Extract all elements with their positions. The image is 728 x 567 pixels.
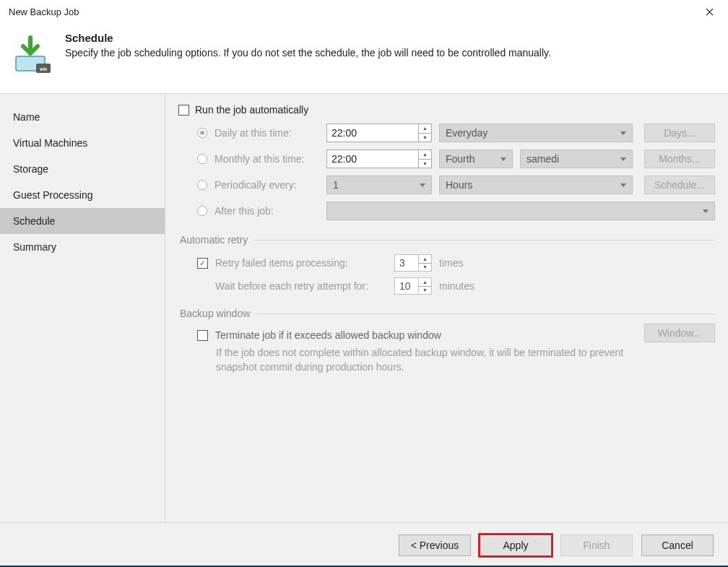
- daily-label: Daily at this time:: [214, 127, 319, 139]
- sidebar-item-virtual-machines[interactable]: Virtual Machines: [0, 130, 165, 156]
- spinner-icon[interactable]: ▲▼: [418, 255, 431, 271]
- schedule-button[interactable]: Schedule...: [644, 176, 715, 194]
- page-title: Schedule: [65, 32, 551, 44]
- close-icon: [706, 8, 714, 16]
- close-button[interactable]: [695, 2, 724, 22]
- periodically-unit-dropdown[interactable]: Hours: [439, 176, 633, 194]
- backup-window-legend: Backup window: [178, 308, 256, 319]
- page-subtitle: Specify the job scheduling options. If y…: [65, 47, 551, 59]
- window-title: New Backup Job: [9, 7, 79, 17]
- spinner-icon[interactable]: ▲▼: [418, 150, 431, 168]
- monthly-time-input[interactable]: 22:00 ▲▼: [326, 150, 432, 168]
- finish-button: Finish: [560, 534, 633, 556]
- spinner-icon[interactable]: ▲▼: [418, 278, 431, 294]
- daily-recurrence-dropdown[interactable]: Everyday: [439, 124, 633, 142]
- periodically-label: Periodically every:: [214, 179, 319, 191]
- sidebar-item-schedule[interactable]: Schedule: [0, 208, 165, 234]
- retry-checkbox[interactable]: [197, 258, 208, 269]
- monthly-ordinal-dropdown[interactable]: Fourth: [439, 150, 513, 168]
- sidebar-item-storage[interactable]: Storage: [0, 156, 165, 182]
- sidebar-item-name[interactable]: Name: [0, 104, 165, 130]
- wizard-sidebar: Name Virtual Machines Storage Guest Proc…: [0, 94, 165, 522]
- after-radio[interactable]: [197, 206, 207, 216]
- main-panel: Run the job automatically Daily at this …: [165, 94, 728, 522]
- svg-text:vm: vm: [40, 66, 47, 72]
- monthly-label: Monthly at this time:: [214, 153, 319, 165]
- days-button[interactable]: Days...: [644, 124, 715, 142]
- months-button[interactable]: Months...: [644, 150, 715, 168]
- terminate-checkbox[interactable]: [197, 330, 208, 341]
- terminate-label: Terminate job if it exceeds allowed back…: [215, 329, 441, 341]
- periodically-value-dropdown[interactable]: 1: [326, 176, 432, 194]
- sidebar-item-guest-processing[interactable]: Guest Processing: [0, 182, 165, 208]
- window-button[interactable]: Window...: [644, 324, 715, 342]
- spinner-icon[interactable]: ▲▼: [418, 124, 431, 142]
- monthly-radio[interactable]: [197, 154, 207, 164]
- titlebar: New Backup Job: [0, 0, 728, 25]
- wizard-header: vm Schedule Specify the job scheduling o…: [0, 25, 728, 93]
- daily-time-input[interactable]: 22:00 ▲▼: [326, 124, 432, 142]
- retry-label: Retry failed items processing:: [215, 257, 387, 269]
- automatic-retry-legend: Automatic retry: [178, 234, 254, 246]
- minutes-label: minutes: [439, 280, 474, 292]
- periodically-radio[interactable]: [197, 180, 207, 190]
- backup-window-note: If the job does not complete within allo…: [216, 345, 715, 375]
- apply-button[interactable]: Apply: [480, 534, 552, 556]
- cancel-button[interactable]: Cancel: [641, 534, 714, 556]
- after-label: After this job:: [214, 205, 319, 217]
- wizard-footer: < Previous Apply Finish Cancel: [0, 522, 728, 567]
- automatic-retry-group: Automatic retry Retry failed items proce…: [178, 234, 715, 298]
- backup-window-group: Backup window Terminate job if it exceed…: [178, 308, 715, 375]
- after-job-dropdown[interactable]: [326, 202, 715, 220]
- daily-radio[interactable]: [197, 128, 207, 138]
- retry-count-input[interactable]: 3 ▲▼: [394, 254, 432, 272]
- run-auto-checkbox[interactable]: [178, 105, 189, 116]
- wait-value-input[interactable]: 10 ▲▼: [394, 277, 432, 295]
- sidebar-item-summary[interactable]: Summary: [0, 234, 165, 260]
- previous-button[interactable]: < Previous: [399, 534, 471, 556]
- run-auto-label: Run the job automatically: [195, 104, 308, 116]
- schedule-icon: vm: [14, 35, 53, 74]
- times-label: times: [439, 257, 463, 269]
- wait-label: Wait before each retry attempt for:: [215, 280, 387, 292]
- monthly-weekday-dropdown[interactable]: samedi: [520, 150, 633, 168]
